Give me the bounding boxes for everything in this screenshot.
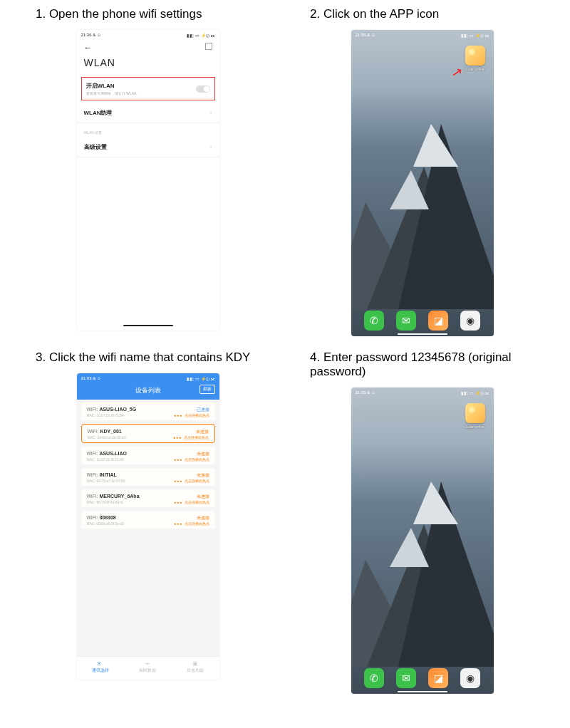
solar-app-icon[interactable] bbox=[465, 403, 485, 423]
wlan-toggle-sub: 要查看可用网络，请打开 WLAN。 bbox=[86, 91, 140, 95]
wifi-card[interactable]: WiFi: INITIALMAC: 60:76:a7:3c:07:90未连接点击… bbox=[81, 468, 215, 486]
wifi-card[interactable]: WiFi: KDY_001MAC: 2a:6d:cd:da:30:d0未连接点击… bbox=[81, 424, 215, 443]
phone-app-icon[interactable]: ✆ bbox=[364, 668, 384, 688]
tab-realtime[interactable]: ⫟实时数据 bbox=[139, 660, 156, 674]
user-icon: ⛯ bbox=[187, 660, 204, 667]
wlan-advanced-label: 高级设置 bbox=[84, 143, 107, 151]
tab-label: 通讯选择 bbox=[92, 668, 109, 672]
wifi-hint: 点击连接此热点 bbox=[174, 457, 209, 462]
wifi-hint: 点击连接此热点 bbox=[174, 500, 209, 504]
dock: ✆ ✉ ◪ ◉ bbox=[351, 665, 494, 691]
chart-icon: ⫟ bbox=[139, 660, 156, 667]
back-icon[interactable]: ← bbox=[84, 43, 93, 53]
wifi-hint: 点击连接此热点 bbox=[174, 521, 209, 526]
wifi-status: 未连接 bbox=[197, 515, 209, 521]
wifi-card[interactable]: WiFi: 308308MAC: c8:5b:a0:5f:5c:c0未连接点击连… bbox=[81, 511, 215, 529]
wifi-list: WiFi: ASUS-LIAO_5GMAC: 1c:b7:2c:f0:71:64… bbox=[77, 400, 219, 656]
wifi-name: WiFi: 308308 bbox=[87, 515, 209, 520]
tab-other[interactable]: ⛯其他功能 bbox=[187, 660, 204, 674]
wlan-toggle-label: 开启WLAN bbox=[86, 82, 140, 90]
status-time: 21:03 & ☺ bbox=[81, 376, 101, 380]
solar-app-label: Solar online bbox=[465, 67, 485, 71]
chevron-right-icon: › bbox=[210, 144, 212, 150]
tab-connection[interactable]: ᯤ通讯选择 bbox=[92, 660, 109, 674]
wechat-app-icon[interactable]: ✉ bbox=[396, 311, 416, 331]
solar-app-label: Solar online bbox=[465, 425, 485, 429]
status-icons: ▮ ◧ ▭ ⚡◶ ⫘ bbox=[187, 33, 215, 38]
solar-app-shortcut[interactable]: Solar online bbox=[465, 403, 485, 429]
step-1-caption: 1. Open the phone wifi settings bbox=[36, 7, 281, 21]
home-indicator[interactable] bbox=[398, 333, 447, 335]
app-header: 设备列表 刷新 bbox=[77, 383, 219, 400]
screenshot-wlan-settings: 21:36 & ☺ ▮ ◧ ▭ ⚡◶ ⫘ ← WLAN 开启WLAN 要查看可用… bbox=[77, 30, 219, 331]
status-time: 21:35 & ☺ bbox=[356, 390, 375, 395]
status-icons: ▮ ◧ ▭ ⚡◶ ⫘ bbox=[461, 390, 489, 395]
app-header-title: 设备列表 bbox=[135, 387, 161, 394]
wifi-hint: 点击连接此热点 bbox=[174, 413, 209, 417]
status-time: 21:35 & ☺ bbox=[356, 33, 375, 37]
chevron-right-icon: › bbox=[210, 110, 212, 116]
wifi-status: 未连接 bbox=[197, 451, 209, 457]
wifi-name: WiFi: KDY_001 bbox=[88, 429, 209, 434]
status-bar: 21:03 & ☺ ▮ ◧ ▭ ⚡◶ ⫘ bbox=[77, 373, 219, 383]
wifi-status: 未连接 bbox=[197, 472, 209, 479]
wifi-hint: 点击连接此热点 bbox=[173, 435, 208, 440]
camera-app-icon[interactable]: ◉ bbox=[460, 311, 480, 331]
wifi-card[interactable]: WiFi: ASUS-LIAOMAC: 1c:b7:2c:f0:71:60未连接… bbox=[81, 447, 215, 464]
step-4-caption: 4. Enter password 12345678 (original pas… bbox=[310, 350, 556, 379]
wifi-status: 已连接 bbox=[197, 407, 209, 413]
notes-app-icon[interactable]: ◪ bbox=[428, 311, 448, 331]
screenshot-wifi-list-app: 21:03 & ☺ ▮ ◧ ▭ ⚡◶ ⫘ 设备列表 刷新 WiFi: ASUS-… bbox=[77, 373, 219, 680]
bottom-tabs: ᯤ通讯选择 ⫟实时数据 ⛯其他功能 bbox=[77, 656, 219, 675]
status-icons: ▮ ◧ ▭ ⚡◶ ⫘ bbox=[187, 376, 215, 381]
wifi-name: WiFi: MERCURY_6Aha bbox=[87, 494, 209, 499]
notes-app-icon[interactable]: ◪ bbox=[428, 668, 448, 688]
wifi-name: WiFi: ASUS-LIAO bbox=[87, 451, 209, 456]
home-indicator[interactable] bbox=[398, 691, 447, 692]
phone-app-icon[interactable]: ✆ bbox=[364, 311, 384, 331]
status-bar: 21:35 & ☺ ▮ ◧ ▭ ⚡◶ ⫘ bbox=[351, 30, 494, 40]
tab-label: 实时数据 bbox=[139, 668, 156, 672]
wlan-assist-label: WLAN助理 bbox=[84, 109, 113, 117]
wifi-card[interactable]: WiFi: MERCURY_6AhaMAC: 90:76:9f:4d:6a:f1… bbox=[81, 489, 215, 507]
home-indicator[interactable] bbox=[123, 325, 173, 326]
toggle-switch[interactable] bbox=[196, 85, 210, 93]
status-bar: 21:35 & ☺ ▮ ◧ ▭ ⚡◶ ⫘ bbox=[351, 388, 494, 397]
camera-app-icon[interactable]: ◉ bbox=[460, 668, 480, 688]
dock: ✆ ✉ ◪ ◉ bbox=[351, 308, 494, 333]
wifi-status: 未连接 bbox=[197, 494, 209, 500]
wifi-name: WiFi: ASUS-LIAO_5G bbox=[87, 407, 209, 412]
wifi-status: 未连接 bbox=[196, 429, 209, 435]
wlan-section-label: WLAN 设置 bbox=[77, 123, 219, 137]
screenshot-homescreen: 21:35 & ☺ ▮ ◧ ▭ ⚡◶ ⫘ Solar online ↗ ✆ bbox=[351, 30, 494, 336]
qr-icon[interactable] bbox=[205, 43, 212, 50]
tab-label: 其他功能 bbox=[187, 668, 204, 672]
status-bar: 21:36 & ☺ ▮ ◧ ▭ ⚡◶ ⫘ bbox=[77, 30, 219, 40]
wifi-hint: 点击连接此热点 bbox=[174, 479, 209, 483]
wallpaper-mountain bbox=[351, 452, 494, 667]
step-3-caption: 3. Click the wifi name that contains KDY bbox=[36, 350, 281, 365]
step-2-caption: 2. Click on the APP icon bbox=[310, 7, 556, 21]
screenshot-homescreen-2: 21:35 & ☺ ▮ ◧ ▭ ⚡◶ ⫘ Solar online ✆ ✉ bbox=[351, 388, 494, 694]
status-time: 21:36 & ☺ bbox=[81, 33, 101, 37]
wlan-page-title: WLAN bbox=[77, 54, 219, 74]
solar-app-shortcut[interactable]: Solar online bbox=[465, 46, 485, 71]
wlan-assist-row[interactable]: WLAN助理 › bbox=[77, 103, 219, 123]
wallpaper-mountain bbox=[351, 95, 494, 309]
status-icons: ▮ ◧ ▭ ⚡◶ ⫘ bbox=[461, 33, 489, 38]
wlan-advanced-row[interactable]: 高级设置 › bbox=[77, 137, 219, 157]
wifi-icon: ᯤ bbox=[92, 660, 109, 667]
solar-app-icon[interactable] bbox=[465, 46, 485, 66]
wifi-card[interactable]: WiFi: ASUS-LIAO_5GMAC: 1c:b7:2c:f0:71:64… bbox=[81, 402, 215, 420]
refresh-button[interactable]: 刷新 bbox=[200, 385, 215, 394]
wechat-app-icon[interactable]: ✉ bbox=[396, 668, 416, 688]
wlan-toggle-row[interactable]: 开启WLAN 要查看可用网络，请打开 WLAN。 bbox=[81, 77, 215, 100]
annotation-arrow-icon: ↗ bbox=[450, 63, 464, 80]
wifi-name: WiFi: INITIAL bbox=[87, 472, 209, 477]
